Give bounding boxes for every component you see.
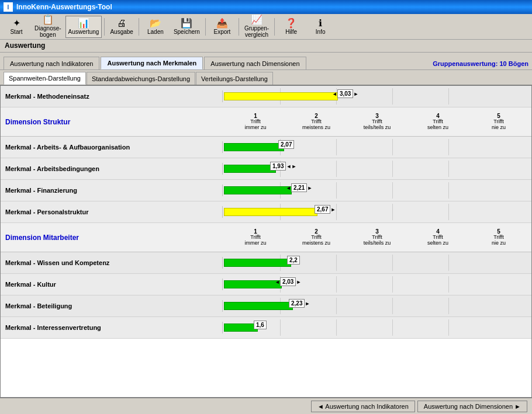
toolbar-export-button[interactable]: 📤 Export — [208, 16, 236, 38]
merkmal-label: Merkmal - Arbeitsbedingungen — [1, 163, 223, 175]
tab-verteilung[interactable]: Verteilungs-Darstellung — [196, 72, 273, 85]
toolbar-ausgabe-button[interactable]: 🖨 Ausgabe — [107, 16, 136, 38]
toolbar-sep2 — [139, 18, 139, 36]
app-title: InnoKenn-Auswertungs-Tool — [16, 3, 112, 11]
export-icon: 📤 — [216, 19, 228, 28]
scroll-area[interactable]: Merkmal - Methodeneinsatz ◄ 3,03 ► — [1, 86, 531, 397]
bar-area: 1,93 ◄► — [223, 158, 531, 179]
toolbar-sep1 — [104, 18, 105, 36]
list-item: Merkmal - Wissen und Kompetenz 2,2 — [1, 252, 531, 274]
tab-standardabweichung[interactable]: Standardabweichungs-Darstellung — [87, 72, 195, 85]
scale-1b: 1 Trifftimmer zu — [232, 228, 279, 246]
laden-icon: 📂 — [150, 19, 161, 28]
tab-dimensionen[interactable]: Auswertung nach Dimensionen — [204, 57, 306, 69]
bar-area: 2,2 — [223, 252, 531, 273]
scale-4b: 4 Trifftselten zu — [414, 228, 461, 246]
bar-area: 2,23 ► — [223, 295, 531, 316]
gruppenvergleich-icon: 📈 — [251, 15, 262, 25]
list-item: Merkmal - Beteiligung 2,23 ► — [1, 295, 531, 317]
diagnose-icon: 📋 — [42, 15, 54, 25]
bar-value: 2,67 — [315, 205, 330, 214]
bar-value: 2,2 — [287, 256, 300, 265]
auswertung-icon: 📊 — [78, 19, 89, 28]
merkmal-label: Merkmal - Kultur — [1, 279, 223, 290]
merkmal-label: Merkmal - Arbeits- & Aufbauorganisation — [1, 141, 223, 153]
bar-value: 2,07 — [278, 140, 294, 149]
dimension-struktur-header: Dimension Struktur 1 Trifftimmer zu 2 Tr… — [1, 107, 531, 137]
toolbar-auswertung-button[interactable]: 📊 Auswertung — [65, 16, 102, 38]
toolbar-diagnose-button[interactable]: 📋 Diagnose-bogen — [32, 16, 64, 38]
ausgabe-icon: 🖨 — [117, 19, 126, 28]
list-item: Merkmal - Kultur ◄ 2,03 ► — [1, 274, 531, 295]
toolbar-start-button[interactable]: ✦ Start — [2, 16, 30, 38]
group-info: Gruppenauswertung: 10 Bögen — [433, 60, 528, 69]
arrow-right: ◄► — [286, 163, 296, 169]
bar-area: ◄ 2,21 ► — [223, 180, 531, 201]
nav-next-label: Auswertung nach Dimensionen ► — [424, 403, 521, 410]
list-item: Merkmal - Personalstruktur 2,67 ► — [1, 201, 531, 223]
list-item: Merkmal - Interessenvertretung 1,6 — [1, 317, 531, 339]
arrow-left: ◄ — [332, 91, 337, 97]
merkmal-label: Merkmal - Wissen und Kompetenz — [1, 257, 223, 269]
toolbar-sep5 — [274, 18, 275, 36]
scale-5: 5 Trifftnie zu — [475, 113, 522, 131]
app-icon: I — [4, 2, 13, 12]
list-item: Merkmal - Finanzierung ◄ 2,21 ► — [1, 180, 531, 201]
dim-scale: 1 Trifftimmer zu 2 Trifftmeistens zu 3 T… — [223, 228, 531, 246]
arrow-right: ► — [307, 185, 312, 191]
arrow-left: ◄ — [275, 279, 280, 285]
bar-area: ◄ 3,03 ► — [223, 86, 531, 107]
dimension-title: Dimension Mitarbeiter — [1, 232, 223, 243]
bar-area: 1,6 — [223, 317, 531, 338]
nav-prev-button[interactable]: ◄ Auswertung nach Indikatoren — [311, 401, 415, 412]
tab-row2: Spannweiten-Darstellung Standardabweichu… — [0, 70, 532, 85]
bar-value: 2,03 — [280, 277, 296, 286]
arrow-right: ► — [353, 91, 358, 97]
info-icon: ℹ — [319, 19, 322, 28]
bar-area: ◄ 2,03 ► — [223, 274, 531, 295]
main-content: Merkmal - Methodeneinsatz ◄ 3,03 ► — [0, 85, 532, 398]
dim-scale: 1 Trifftimmer zu 2 Trifftmeistens zu 3 T… — [223, 113, 531, 131]
nav-next-button[interactable]: Auswertung nach Dimensionen ► — [417, 401, 527, 412]
arrow-right: ► — [296, 279, 301, 285]
toolbar: ✦ Start 📋 Diagnose-bogen 📊 Auswertung 🖨 … — [0, 14, 532, 40]
bar-value: 1,6 — [254, 321, 267, 329]
merkmal-label: Merkmal - Methodeneinsatz — [1, 91, 223, 102]
tab-merkmalen[interactable]: Auswertung nach Merkmalen — [101, 57, 203, 69]
start-icon: ✦ — [13, 19, 20, 28]
merkmal-label: Merkmal - Interessenvertretung — [1, 322, 223, 333]
bar-value: 2,21 — [291, 183, 307, 192]
scale-4: 4 Trifftselten zu — [414, 113, 461, 131]
merkmal-label: Merkmal - Personalstruktur — [1, 206, 223, 218]
bar-area: 2,07 — [223, 137, 531, 158]
tab-indikatoren[interactable]: Auswertung nach Indikatoren — [4, 57, 99, 69]
scale-2: 2 Trifftmeistens zu — [293, 113, 340, 131]
hilfe-icon: ❓ — [285, 19, 297, 28]
merkmal-label: Merkmal - Beteiligung — [1, 300, 223, 312]
arrow-left: ◄ — [286, 185, 291, 191]
dimension-mitarbeiter-header: Dimension Mitarbeiter 1 Trifftimmer zu 2… — [1, 223, 531, 252]
toolbar-info-button[interactable]: ℹ Info — [306, 16, 334, 38]
title-bar: I InnoKenn-Auswertungs-Tool — [0, 0, 532, 14]
scale-3b: 3 Trifftteils/teils zu — [354, 228, 400, 246]
scale-3: 3 Trifftteils/teils zu — [354, 113, 400, 131]
scale-5b: 5 Trifftnie zu — [475, 228, 522, 246]
toolbar-hilfe-button[interactable]: ❓ Hilfe — [277, 16, 305, 38]
arrow-right: ► — [330, 207, 336, 213]
dimension-title: Dimension Struktur — [1, 117, 223, 127]
list-item: Merkmal - Methodeneinsatz ◄ 3,03 ► — [1, 86, 531, 107]
bottom-nav: ◄ Auswertung nach Indikatoren Auswertung… — [0, 398, 532, 414]
toolbar-gruppenvergleich-button[interactable]: 📈 Gruppen-vergleich — [241, 16, 272, 38]
merkmal-label: Merkmal - Finanzierung — [1, 185, 223, 196]
arrow-right: ► — [305, 301, 310, 307]
toolbar-laden-button[interactable]: 📂 Laden — [141, 16, 170, 38]
toolbar-sep4 — [239, 18, 239, 36]
list-item: Merkmal - Arbeitsbedingungen 1,93 ◄► — [1, 158, 531, 180]
toolbar-sep3 — [205, 18, 206, 36]
tab-row1: Auswertung nach Indikatoren Auswertung n… — [0, 53, 532, 70]
toolbar-speichern-button[interactable]: 💾 Speichern — [171, 16, 203, 38]
speichern-icon: 💾 — [181, 19, 192, 28]
tab-spannweiten[interactable]: Spannweiten-Darstellung — [4, 72, 86, 85]
bar-value: 2,23 — [289, 299, 305, 308]
bar-value: 3,03 — [337, 89, 353, 98]
